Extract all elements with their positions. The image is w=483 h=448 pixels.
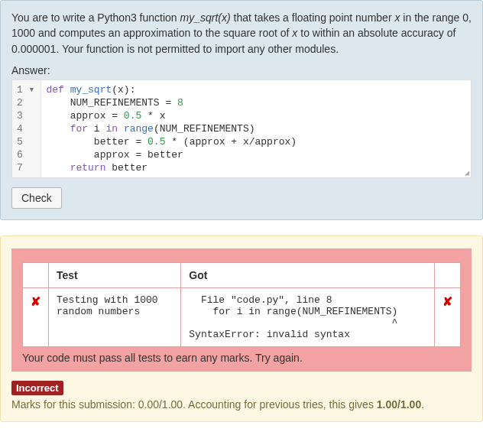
fail-panel: Test Got ✘ Testing with 1000 random numb… — [11, 248, 472, 372]
cross-icon: ✘ — [23, 287, 49, 346]
code-line[interactable]: NUM_REFINEMENTS = 8 — [46, 96, 466, 109]
gutter-line: 6 — [17, 148, 34, 161]
gutter-line: 5 — [17, 135, 34, 148]
code-line[interactable]: approx = 0.5 * x — [46, 109, 466, 122]
editor-gutter: 1 ▾2 3 4 5 6 7 — [12, 80, 41, 177]
cross-icon: ✘ — [435, 287, 461, 346]
resize-handle-icon[interactable]: ◢ — [462, 168, 469, 176]
question-panel: You are to write a Python3 function my_s… — [0, 0, 483, 220]
check-button[interactable]: Check — [11, 187, 62, 209]
feedback-panel: Test Got ✘ Testing with 1000 random numb… — [0, 235, 483, 422]
results-table: Test Got ✘ Testing with 1000 random numb… — [22, 262, 461, 347]
marks-text: Marks for this submission: 0.00/1.00. Ac… — [11, 398, 472, 411]
gutter-line: 1 ▾ — [17, 83, 34, 96]
must-pass-text: Your code must pass all tests to earn an… — [22, 352, 461, 364]
code-editor[interactable]: 1 ▾2 3 4 5 6 7 def my_sqrt(x): NUM_REFIN… — [11, 80, 472, 178]
col-status-left — [23, 262, 49, 287]
col-status-right — [435, 262, 461, 287]
gutter-line: 2 — [17, 96, 34, 109]
gutter-line: 3 — [17, 109, 34, 122]
code-line[interactable]: better = 0.5 * (approx + x/approx) — [46, 135, 466, 148]
col-test-header: Test — [49, 262, 181, 287]
answer-label: Answer: — [11, 64, 472, 76]
code-line[interactable]: return better — [46, 161, 466, 174]
test-cell: Testing with 1000 random numbers — [49, 287, 181, 346]
table-row: ✘ Testing with 1000 random numbers File … — [23, 287, 461, 346]
got-cell: File "code.py", line 8 for i in range(NU… — [181, 287, 435, 346]
gutter-line: 4 — [17, 122, 34, 135]
col-got-header: Got — [181, 262, 435, 287]
code-line[interactable]: def my_sqrt(x): — [46, 83, 466, 96]
code-line[interactable]: approx = better — [46, 148, 466, 161]
editor-code[interactable]: def my_sqrt(x): NUM_REFINEMENTS = 8 appr… — [41, 80, 471, 177]
question-prompt: You are to write a Python3 function my_s… — [11, 10, 472, 57]
incorrect-badge: Incorrect — [11, 381, 63, 395]
code-line[interactable]: for i in range(NUM_REFINEMENTS) — [46, 122, 466, 135]
gutter-line: 7 — [17, 161, 34, 174]
